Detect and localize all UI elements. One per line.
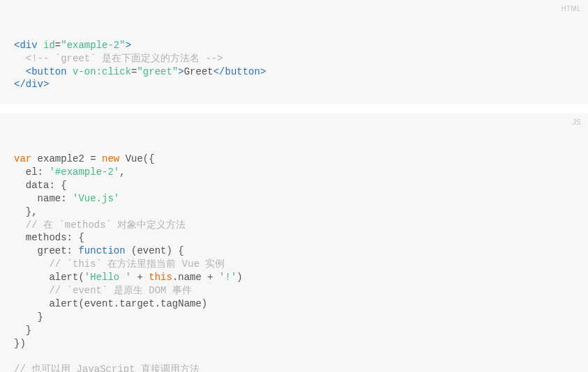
- space: [67, 66, 73, 77]
- line: methods: {: [14, 232, 84, 243]
- text: ,: [119, 166, 125, 178]
- string: 'Hello ': [84, 272, 131, 283]
- text: Greet: [184, 66, 213, 77]
- tag: button: [31, 66, 66, 77]
- line: alert('Hello ' + this.name + '!'): [14, 272, 243, 283]
- line: var example2 = new Vue({: [14, 153, 155, 164]
- line: greet: function (event) {: [14, 245, 184, 256]
- line: </div>: [14, 79, 49, 90]
- line: <div id="example-2">: [14, 40, 131, 51]
- punct: >: [260, 66, 266, 77]
- attr-value: "greet": [137, 66, 178, 77]
- eq: =: [55, 40, 61, 51]
- text: ) {: [166, 245, 183, 256]
- punct: >: [126, 40, 131, 51]
- keyword: new: [102, 153, 119, 164]
- comment: // 在 `methods` 对象中定义方法: [14, 219, 186, 231]
- lang-label-js: JS: [573, 118, 581, 127]
- line: },: [14, 206, 38, 217]
- attr: id: [43, 40, 55, 51]
- punct: >: [43, 79, 49, 90]
- space: [38, 40, 43, 51]
- comment: // `event` 是原生 DOM 事件: [14, 285, 192, 296]
- text: name:: [14, 193, 73, 204]
- keyword: function: [78, 245, 125, 256]
- line: }: [14, 325, 31, 336]
- text: example2 =: [31, 153, 102, 164]
- punct: <: [26, 66, 31, 77]
- text: +: [131, 272, 149, 283]
- punct: </: [213, 66, 225, 77]
- keyword: var: [14, 153, 31, 164]
- attr: v-on:click: [73, 66, 131, 77]
- line: }): [14, 338, 26, 349]
- text: ): [236, 272, 242, 283]
- line: data: {: [14, 180, 67, 191]
- line: el: '#example-2',: [14, 166, 126, 178]
- text: Vue({: [119, 153, 154, 164]
- punct: </: [14, 79, 26, 90]
- line: }: [14, 311, 43, 323]
- lang-label-html: HTML: [561, 4, 581, 14]
- keyword: this: [149, 272, 172, 283]
- html-code-block: HTML <div id="example-2"> <!-- `greet` 是…: [0, 0, 588, 104]
- tag: div: [26, 79, 43, 90]
- text: .name +: [172, 272, 219, 283]
- js-code-block: JS var example2 = new Vue({ el: '#exampl…: [0, 114, 588, 372]
- string: 'Vue.js': [73, 193, 119, 204]
- line: name: 'Vue.js': [14, 193, 119, 204]
- string: '!': [219, 272, 236, 283]
- line: <button v-on:click="greet">Greet</button…: [26, 66, 266, 77]
- tag: button: [225, 66, 260, 77]
- string: '#example-2': [49, 166, 119, 178]
- comment: // 也可以用 JavaScript 直接调用方法: [14, 364, 199, 372]
- punct: >: [178, 66, 183, 77]
- text: greet:: [14, 245, 78, 256]
- attr-value: "example-2": [61, 40, 125, 51]
- text: el:: [14, 166, 49, 178]
- comment: <!-- `greet` 是在下面定义的方法名 -->: [26, 53, 223, 64]
- tag: div: [20, 40, 37, 51]
- text: (: [126, 245, 137, 256]
- arg: event: [137, 245, 166, 256]
- block-gap: [0, 104, 588, 114]
- text: alert(: [14, 272, 84, 283]
- line: alert(event.target.tagName): [14, 298, 207, 309]
- comment: // `this` 在方法里指当前 Vue 实例: [14, 258, 225, 270]
